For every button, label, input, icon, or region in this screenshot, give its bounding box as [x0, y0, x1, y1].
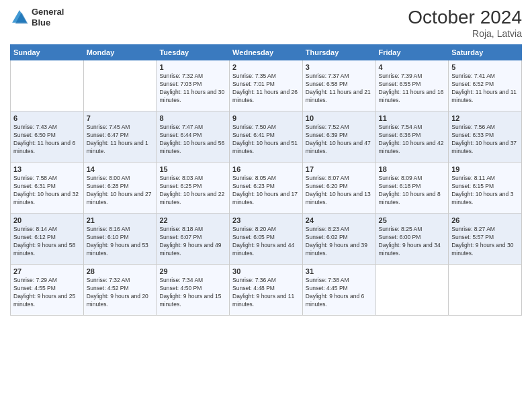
logo-icon — [10, 8, 29, 27]
page: General Blue October 2024 Roja, Latvia S… — [0, 0, 532, 411]
day-number: 17 — [306, 165, 373, 173]
calendar-cell: 2Sunrise: 7:35 AM Sunset: 7:01 PM Daylig… — [230, 60, 303, 111]
day-number: 25 — [379, 216, 446, 224]
day-number: 16 — [232, 165, 300, 173]
calendar-cell: 18Sunrise: 8:09 AM Sunset: 6:18 PM Dayli… — [375, 163, 449, 214]
calendar-cell: 3Sunrise: 7:37 AM Sunset: 6:58 PM Daylig… — [302, 60, 375, 111]
header: General Blue October 2024 Roja, Latvia — [10, 7, 522, 39]
cell-info: Sunrise: 8:20 AM Sunset: 6:05 PM Dayligh… — [232, 226, 300, 258]
cell-info: Sunrise: 7:54 AM Sunset: 6:36 PM Dayligh… — [379, 124, 446, 156]
calendar-cell — [83, 60, 157, 111]
day-number: 22 — [159, 216, 226, 224]
calendar-cell: 16Sunrise: 8:05 AM Sunset: 6:23 PM Dayli… — [230, 163, 303, 214]
calendar-cell: 17Sunrise: 8:07 AM Sunset: 6:20 PM Dayli… — [302, 163, 375, 214]
calendar-cell: 5Sunrise: 7:41 AM Sunset: 6:52 PM Daylig… — [449, 60, 522, 111]
calendar-cell: 6Sunrise: 7:43 AM Sunset: 6:50 PM Daylig… — [11, 111, 84, 163]
title-block: October 2024 Roja, Latvia — [408, 7, 522, 39]
day-number: 12 — [451, 114, 519, 122]
cell-info: Sunrise: 8:05 AM Sunset: 6:23 PM Dayligh… — [232, 175, 300, 207]
day-number: 30 — [232, 267, 300, 275]
calendar-cell: 12Sunrise: 7:56 AM Sunset: 6:33 PM Dayli… — [449, 111, 522, 163]
cell-info: Sunrise: 7:41 AM Sunset: 6:52 PM Dayligh… — [451, 73, 519, 105]
day-number: 18 — [379, 165, 446, 173]
cell-info: Sunrise: 7:36 AM Sunset: 4:48 PM Dayligh… — [232, 277, 300, 309]
day-number: 6 — [13, 114, 81, 122]
cell-info: Sunrise: 7:38 AM Sunset: 4:45 PM Dayligh… — [306, 277, 373, 309]
calendar-table: SundayMondayTuesdayWednesdayThursdayFrid… — [10, 44, 522, 316]
cell-info: Sunrise: 7:45 AM Sunset: 6:47 PM Dayligh… — [87, 124, 154, 156]
day-number: 5 — [451, 63, 519, 71]
day-number: 15 — [159, 165, 226, 173]
month-title: October 2024 — [408, 7, 522, 28]
cell-info: Sunrise: 7:52 AM Sunset: 6:39 PM Dayligh… — [306, 124, 373, 156]
day-number: 2 — [232, 63, 300, 71]
day-number: 28 — [87, 267, 154, 275]
day-number: 19 — [451, 165, 519, 173]
calendar-cell: 15Sunrise: 8:03 AM Sunset: 6:25 PM Dayli… — [157, 163, 230, 214]
day-number: 13 — [13, 165, 81, 173]
day-number: 11 — [379, 114, 446, 122]
day-header-saturday: Saturday — [449, 45, 522, 60]
day-number: 14 — [87, 165, 154, 173]
calendar-cell: 20Sunrise: 8:14 AM Sunset: 6:12 PM Dayli… — [11, 214, 84, 265]
location: Roja, Latvia — [408, 28, 522, 39]
day-number: 3 — [306, 63, 373, 71]
calendar-cell: 9Sunrise: 7:50 AM Sunset: 6:41 PM Daylig… — [230, 111, 303, 163]
calendar-cell: 24Sunrise: 8:23 AM Sunset: 6:02 PM Dayli… — [302, 214, 375, 265]
cell-info: Sunrise: 8:00 AM Sunset: 6:28 PM Dayligh… — [87, 175, 154, 207]
day-header-thursday: Thursday — [302, 45, 375, 60]
cell-info: Sunrise: 7:35 AM Sunset: 7:01 PM Dayligh… — [232, 73, 300, 105]
day-header-friday: Friday — [375, 45, 449, 60]
day-number: 24 — [306, 216, 373, 224]
calendar-cell: 19Sunrise: 8:11 AM Sunset: 6:15 PM Dayli… — [449, 163, 522, 214]
cell-info: Sunrise: 8:23 AM Sunset: 6:02 PM Dayligh… — [306, 226, 373, 258]
day-number: 8 — [159, 114, 226, 122]
day-number: 27 — [13, 267, 81, 275]
cell-info: Sunrise: 7:58 AM Sunset: 6:31 PM Dayligh… — [13, 175, 81, 207]
calendar-cell: 31Sunrise: 7:38 AM Sunset: 4:45 PM Dayli… — [302, 265, 375, 316]
day-header-tuesday: Tuesday — [157, 45, 230, 60]
cell-info: Sunrise: 7:29 AM Sunset: 4:55 PM Dayligh… — [13, 277, 81, 309]
cell-info: Sunrise: 8:16 AM Sunset: 6:10 PM Dayligh… — [87, 226, 154, 258]
calendar-cell: 13Sunrise: 7:58 AM Sunset: 6:31 PM Dayli… — [11, 163, 84, 214]
calendar-cell: 22Sunrise: 8:18 AM Sunset: 6:07 PM Dayli… — [157, 214, 230, 265]
cell-info: Sunrise: 7:32 AM Sunset: 7:03 PM Dayligh… — [159, 73, 226, 105]
day-number: 4 — [379, 63, 446, 71]
cell-info: Sunrise: 8:03 AM Sunset: 6:25 PM Dayligh… — [159, 175, 226, 207]
calendar-cell: 1Sunrise: 7:32 AM Sunset: 7:03 PM Daylig… — [157, 60, 230, 111]
cell-info: Sunrise: 8:09 AM Sunset: 6:18 PM Dayligh… — [379, 175, 446, 207]
cell-info: Sunrise: 7:47 AM Sunset: 6:44 PM Dayligh… — [159, 124, 226, 156]
cell-info: Sunrise: 7:50 AM Sunset: 6:41 PM Dayligh… — [232, 124, 300, 156]
cell-info: Sunrise: 8:11 AM Sunset: 6:15 PM Dayligh… — [451, 175, 519, 207]
calendar-cell: 29Sunrise: 7:34 AM Sunset: 4:50 PM Dayli… — [157, 265, 230, 316]
cell-info: Sunrise: 7:39 AM Sunset: 6:55 PM Dayligh… — [379, 73, 446, 105]
calendar-cell — [375, 265, 449, 316]
day-number: 9 — [232, 114, 300, 122]
cell-info: Sunrise: 8:14 AM Sunset: 6:12 PM Dayligh… — [13, 226, 81, 258]
calendar-cell: 21Sunrise: 8:16 AM Sunset: 6:10 PM Dayli… — [83, 214, 157, 265]
cell-info: Sunrise: 8:18 AM Sunset: 6:07 PM Dayligh… — [159, 226, 226, 258]
calendar-cell: 26Sunrise: 8:27 AM Sunset: 5:57 PM Dayli… — [449, 214, 522, 265]
cell-info: Sunrise: 7:32 AM Sunset: 4:52 PM Dayligh… — [87, 277, 154, 309]
day-number: 21 — [87, 216, 154, 224]
calendar-cell: 14Sunrise: 8:00 AM Sunset: 6:28 PM Dayli… — [83, 163, 157, 214]
day-number: 10 — [306, 114, 373, 122]
day-header-monday: Monday — [83, 45, 157, 60]
cell-info: Sunrise: 7:37 AM Sunset: 6:58 PM Dayligh… — [306, 73, 373, 105]
cell-info: Sunrise: 7:43 AM Sunset: 6:50 PM Dayligh… — [13, 124, 81, 156]
day-header-wednesday: Wednesday — [230, 45, 303, 60]
calendar-cell — [449, 265, 522, 316]
day-number: 7 — [87, 114, 154, 122]
logo-text: General Blue — [32, 7, 64, 28]
cell-info: Sunrise: 7:56 AM Sunset: 6:33 PM Dayligh… — [451, 124, 519, 156]
cell-info: Sunrise: 7:34 AM Sunset: 4:50 PM Dayligh… — [159, 277, 226, 309]
cell-info: Sunrise: 8:07 AM Sunset: 6:20 PM Dayligh… — [306, 175, 373, 207]
calendar-cell: 11Sunrise: 7:54 AM Sunset: 6:36 PM Dayli… — [375, 111, 449, 163]
calendar-cell: 25Sunrise: 8:25 AM Sunset: 6:00 PM Dayli… — [375, 214, 449, 265]
day-number: 1 — [159, 63, 226, 71]
logo: General Blue — [10, 7, 64, 28]
calendar-cell: 30Sunrise: 7:36 AM Sunset: 4:48 PM Dayli… — [230, 265, 303, 316]
day-number: 23 — [232, 216, 300, 224]
calendar-cell: 28Sunrise: 7:32 AM Sunset: 4:52 PM Dayli… — [83, 265, 157, 316]
calendar-cell: 4Sunrise: 7:39 AM Sunset: 6:55 PM Daylig… — [375, 60, 449, 111]
